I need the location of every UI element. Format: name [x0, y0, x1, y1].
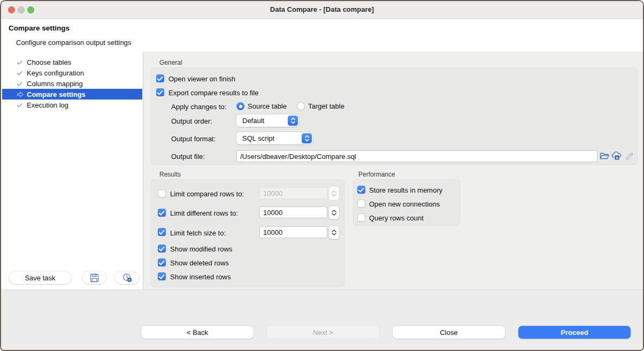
close-button[interactable]: Close	[393, 326, 505, 339]
open-connections-label[interactable]: Open new connections	[369, 200, 440, 208]
sidebar-item-columns-mapping[interactable]: Columns mapping	[2, 78, 142, 89]
output-format-select[interactable]: SQL script	[236, 132, 313, 144]
show-modified-checkbox[interactable]	[158, 245, 166, 253]
sidebar-item-label: Columns mapping	[27, 80, 83, 88]
limit-compared-label[interactable]: Limit compared rows to:	[170, 190, 244, 198]
output-order-value: Default	[236, 117, 288, 125]
open-viewer-label[interactable]: Open viewer on finish	[168, 75, 235, 83]
sidebar-item-execution-log[interactable]: Execution log	[2, 100, 142, 110]
query-rows-label[interactable]: Query rows count	[369, 214, 424, 222]
step-complete-check-icon	[17, 102, 24, 109]
sidebar-item-label: Compare settings	[27, 90, 86, 98]
browse-cloud-icon[interactable]	[611, 151, 622, 161]
limit-fetch-checkbox[interactable]	[158, 228, 166, 236]
output-order-label: Output order:	[171, 117, 212, 125]
sidebar-item-label: Keys configuration	[27, 69, 84, 77]
output-order-select[interactable]: Default	[236, 115, 299, 127]
proceed-button[interactable]: Proceed	[518, 326, 631, 339]
export-results-checkbox[interactable]	[156, 88, 164, 96]
sidebar-item-choose-tables[interactable]: Choose tables	[2, 57, 142, 67]
limit-fetch-label[interactable]: Limit fetch size to:	[170, 229, 226, 237]
next-button-label: Next >	[313, 329, 333, 337]
dialog-footer	[1, 289, 643, 350]
browse-folder-icon[interactable]	[600, 152, 609, 161]
sidebar-item-label: Execution log	[27, 101, 68, 109]
save-task-label: Save task	[25, 274, 55, 282]
output-file-input[interactable]	[236, 150, 597, 162]
data-compare-dialog: Data Compare - [Data compare] Compare se…	[0, 0, 644, 351]
step-complete-check-icon	[17, 80, 24, 87]
limit-compared-stepper	[329, 187, 339, 200]
export-results-label[interactable]: Export compare results to file	[168, 89, 258, 97]
popup-chevrons-icon	[302, 133, 312, 143]
save-task-button[interactable]: Save task	[9, 271, 72, 284]
show-deleted-label[interactable]: Show deleted rows	[170, 259, 229, 267]
proceed-button-label: Proceed	[561, 329, 588, 337]
current-step-arrow-icon	[17, 91, 24, 98]
limit-different-input[interactable]	[259, 207, 327, 218]
show-deleted-checkbox[interactable]	[158, 258, 166, 266]
page-subtitle: Configure comparison output settings	[16, 39, 131, 47]
floppy-disk-icon	[90, 273, 99, 283]
general-group-title: General	[159, 59, 182, 66]
popup-chevrons-icon	[288, 116, 298, 126]
sidebar-item-keys-configuration[interactable]: Keys configuration	[2, 67, 142, 78]
limit-fetch-input[interactable]	[259, 226, 327, 238]
sidebar-item-label: Choose tables	[27, 58, 71, 66]
target-table-label[interactable]: Target table	[308, 102, 344, 110]
save-task-file-button[interactable]	[82, 271, 106, 284]
next-button: Next >	[267, 326, 379, 339]
apply-changes-label: Apply changes to:	[171, 103, 226, 111]
edit-pencil-icon[interactable]	[625, 152, 634, 161]
limit-fetch-stepper[interactable]	[329, 226, 339, 239]
close-button-label: Close	[440, 329, 457, 337]
limit-different-stepper[interactable]	[329, 206, 339, 219]
back-button-label: < Back	[187, 329, 208, 337]
limit-compared-input	[259, 187, 327, 199]
page-title: Compare settings	[9, 24, 70, 32]
performance-group-title: Performance	[358, 171, 395, 178]
schedule-clock-icon	[122, 273, 132, 283]
query-rows-checkbox[interactable]	[357, 213, 365, 222]
back-button[interactable]: < Back	[141, 326, 254, 339]
output-file-label: Output file:	[171, 152, 205, 161]
wizard-header: Compare settings Configure comparison ou…	[1, 19, 643, 52]
window-title: Data Compare - [Data compare]	[1, 1, 643, 18]
limit-different-label[interactable]: Limit different rows to:	[170, 209, 238, 217]
show-inserted-checkbox[interactable]	[158, 272, 166, 280]
open-connections-checkbox[interactable]	[357, 200, 365, 208]
show-inserted-label[interactable]: Show inserted rows	[170, 273, 231, 281]
output-format-label: Output format:	[171, 135, 216, 143]
step-complete-check-icon	[17, 59, 24, 66]
title-bar: Data Compare - [Data compare]	[1, 1, 643, 19]
store-memory-checkbox[interactable]	[357, 186, 365, 194]
source-table-label[interactable]: Source table	[248, 102, 287, 110]
sidebar-item-compare-settings[interactable]: Compare settings	[2, 89, 142, 100]
output-format-value: SQL script	[236, 134, 302, 142]
results-group-title: Results	[159, 171, 181, 178]
limit-compared-checkbox[interactable]	[158, 189, 166, 197]
store-memory-label[interactable]: Store results in memory	[369, 186, 442, 194]
source-table-radio[interactable]	[236, 102, 244, 110]
show-modified-label[interactable]: Show modified rows	[170, 245, 232, 253]
step-complete-check-icon	[17, 70, 24, 77]
target-table-radio[interactable]	[297, 102, 305, 110]
schedule-task-button[interactable]	[115, 271, 139, 284]
limit-different-checkbox[interactable]	[158, 209, 166, 217]
open-viewer-checkbox[interactable]	[156, 74, 164, 82]
apply-changes-radio-group: Source table Target table	[236, 102, 344, 110]
